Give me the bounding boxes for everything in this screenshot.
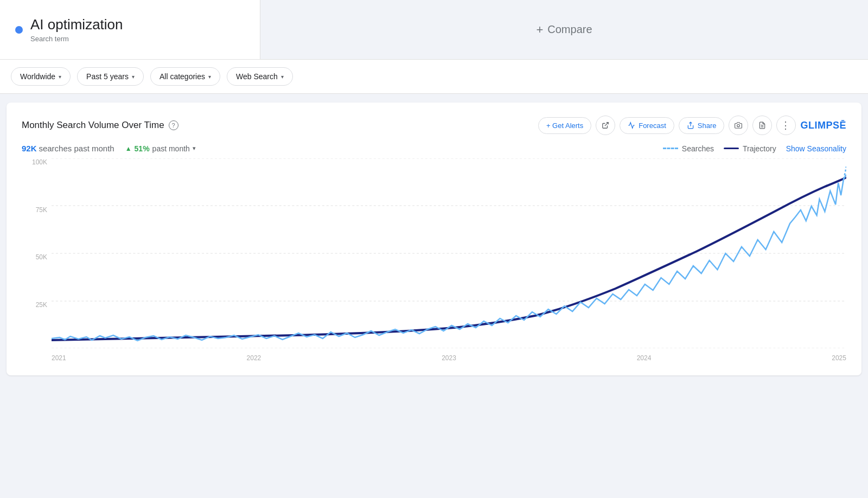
glimpse-logo[interactable]: GLIMPSĒ: [800, 120, 846, 131]
chevron-down-icon: ▾: [193, 145, 196, 152]
chevron-down-icon: ▾: [132, 74, 135, 80]
top-bar: AI optimization Search term + Compare: [0, 0, 868, 60]
compare-card[interactable]: + Compare: [260, 0, 868, 59]
x-axis: 2021 2022 2023 2024 2025: [52, 352, 846, 365]
x-label-2022: 2022: [247, 354, 261, 362]
get-alerts-button[interactable]: + Get Alerts: [538, 117, 591, 134]
more-dots-icon: ⋮: [781, 119, 792, 131]
searches-stat: 92K searches past month: [22, 144, 114, 153]
x-label-2025: 2025: [832, 354, 846, 362]
growth-badge[interactable]: ▲ 51% past month ▾: [125, 144, 196, 153]
compare-plus-icon: +: [536, 23, 543, 37]
searches-count: 92K: [22, 144, 37, 153]
legend: Searches Trajectory Show Seasonality: [663, 144, 846, 153]
legend-trajectory: Trajectory: [724, 144, 776, 153]
chart-area: 100K 75K 50K 25K: [22, 158, 846, 365]
location-filter[interactable]: Worldwide ▾: [11, 67, 71, 86]
chart-actions: + Get Alerts Forecast: [538, 116, 846, 135]
stats-left: 92K searches past month ▲ 51% past month…: [22, 144, 196, 153]
help-icon[interactable]: ?: [169, 120, 178, 130]
chevron-down-icon: ▾: [208, 74, 211, 80]
legend-searches: Searches: [663, 144, 714, 153]
time-period-label: Past 5 years: [86, 72, 129, 81]
y-label-25k: 25K: [22, 301, 52, 309]
trajectory-legend-label: Trajectory: [743, 144, 776, 153]
y-axis: 100K 75K 50K 25K: [22, 158, 52, 348]
search-type-filter[interactable]: Web Search ▾: [227, 67, 293, 86]
x-label-2023: 2023: [442, 354, 456, 362]
growth-percent: 51%: [135, 144, 150, 153]
growth-label: past month: [152, 144, 190, 153]
svg-line-0: [605, 123, 608, 126]
location-label: Worldwide: [20, 72, 55, 81]
up-arrow-icon: ▲: [125, 145, 132, 152]
searches-line-icon: [663, 148, 678, 149]
main-content: Monthly Search Volume Over Time ? + Get …: [7, 103, 861, 375]
document-button[interactable]: [752, 116, 772, 135]
forecast-button[interactable]: Forecast: [620, 117, 674, 134]
x-label-2021: 2021: [52, 354, 66, 362]
forecast-label: Forecast: [639, 122, 666, 130]
stats-row: 92K searches past month ▲ 51% past month…: [22, 144, 846, 153]
chart-title-area: Monthly Search Volume Over Time ?: [22, 120, 178, 131]
y-label-50k: 50K: [22, 253, 52, 261]
trajectory-line-icon: [724, 148, 739, 149]
time-period-filter[interactable]: Past 5 years ▾: [77, 67, 144, 86]
compare-label: Compare: [547, 23, 592, 36]
search-term-sub: Search term: [30, 35, 123, 43]
filters-bar: Worldwide ▾ Past 5 years ▾ All categorie…: [0, 60, 868, 94]
search-term-title: AI optimization: [30, 16, 123, 33]
searches-legend-label: Searches: [682, 144, 714, 153]
external-link-button[interactable]: [596, 116, 615, 135]
share-label: Share: [698, 122, 717, 130]
search-term-info: AI optimization Search term: [30, 16, 123, 43]
term-dot: [15, 26, 23, 34]
y-label-100k: 100K: [22, 158, 52, 166]
chevron-down-icon: ▾: [281, 74, 284, 80]
svg-point-2: [737, 124, 740, 127]
show-seasonality-button[interactable]: Show Seasonality: [786, 144, 846, 153]
search-term-card: AI optimization Search term: [0, 0, 260, 59]
chart-svg-element: [52, 158, 846, 348]
y-label-75k: 75K: [22, 206, 52, 214]
share-button[interactable]: Share: [679, 117, 725, 134]
chart-title: Monthly Search Volume Over Time: [22, 120, 164, 131]
chart-svg: [52, 158, 846, 348]
more-options-button[interactable]: ⋮: [776, 116, 796, 135]
chevron-down-icon: ▾: [59, 74, 61, 80]
camera-button[interactable]: [729, 116, 748, 135]
category-filter[interactable]: All categories ▾: [150, 67, 220, 86]
chart-header: Monthly Search Volume Over Time ? + Get …: [22, 116, 846, 135]
x-label-2024: 2024: [637, 354, 652, 362]
search-type-label: Web Search: [236, 72, 278, 81]
searches-label: searches past month: [39, 144, 114, 153]
category-label: All categories: [159, 72, 205, 81]
